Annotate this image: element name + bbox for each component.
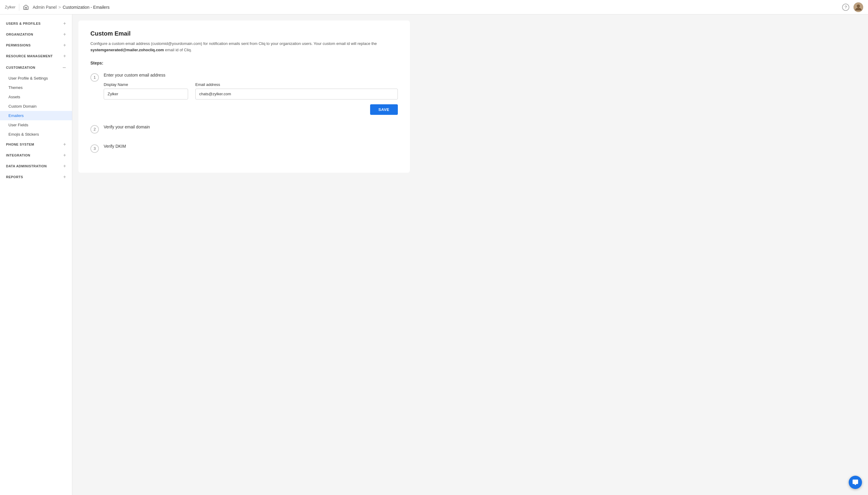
sidebar-section-label-phone-system: PHONE SYSTEM [6,142,34,146]
chat-widget[interactable] [849,476,862,489]
svg-point-1 [857,4,860,7]
sidebar-section-label-customization: CUSTOMIZATION [6,66,35,69]
sidebar-section-reports: REPORTS + [0,172,72,182]
description-part1: Configure a custom email address (custom… [90,41,377,46]
sidebar-section-customization: CUSTOMIZATION − User Profile & Settings … [0,62,72,139]
sidebar-section-label-resource-management: RESOURCE MANAGEMENT [6,54,53,58]
description-highlight: systemgenerated@mailer.zohocliq.com [90,48,164,52]
step-2: 2 Verify your email domain [90,124,398,134]
step-2-title: Verify your email domain [104,124,398,129]
breadcrumb-admin-panel[interactable]: Admin Panel [33,5,56,10]
sidebar-item-emailers[interactable]: Emailers [0,111,72,120]
step-1-title: Enter your custom email address [104,73,398,78]
sidebar-section-header-organization[interactable]: ORGANIZATION + [0,29,72,40]
sidebar: USERS & PROFILES + ORGANIZATION + PERMIS… [0,15,72,495]
content-area: Custom Email Configure a custom email ad… [72,15,868,495]
save-btn-row: SAVE [104,104,398,115]
sidebar-section-label-integration: INTEGRATION [6,153,30,157]
step-3-title: Verify DKIM [104,144,398,149]
display-name-input[interactable] [104,89,188,100]
sidebar-section-data-administration: DATA ADMINISTRATION + [0,161,72,172]
step-3-number: 3 [90,144,99,153]
email-address-group: Email address [195,82,398,100]
step-3: 3 Verify DKIM [90,144,398,153]
sidebar-plus-icon-phone-system: + [63,142,66,147]
save-button[interactable]: SAVE [370,104,398,115]
sidebar-section-organization: ORGANIZATION + [0,29,72,40]
sidebar-section-header-users-profiles[interactable]: USERS & PROFILES + [0,18,72,29]
avatar[interactable] [853,2,863,12]
sidebar-item-themes[interactable]: Themes [0,83,72,92]
step-2-content: Verify your email domain [104,124,398,134]
sidebar-plus-icon-organization: + [63,32,66,37]
sidebar-item-assets[interactable]: Assets [0,92,72,102]
sidebar-section-label-data-administration: DATA ADMINISTRATION [6,164,47,168]
display-name-label: Display Name [104,82,188,87]
step-3-content: Verify DKIM [104,144,398,153]
sidebar-plus-icon-users-profiles: + [63,21,66,26]
email-address-input[interactable] [195,89,398,100]
step-1-number: 1 [90,73,99,82]
step-1: 1 Enter your custom email address Displa… [90,73,398,115]
sidebar-section-integration: INTEGRATION + [0,150,72,161]
sidebar-sub-items-customization: User Profile & Settings Themes Assets Cu… [0,73,72,139]
help-icon[interactable]: ? [842,4,849,11]
topbar-right: ? [842,2,863,12]
sidebar-plus-icon-resource-management: + [63,54,66,58]
sidebar-section-header-integration[interactable]: INTEGRATION + [0,150,72,161]
content-card: Custom Email Configure a custom email ad… [79,20,410,173]
sidebar-section-permissions: PERMISSIONS + [0,40,72,51]
sidebar-section-label-permissions: PERMISSIONS [6,44,31,47]
page-title: Custom Email [90,30,398,37]
sidebar-section-header-phone-system[interactable]: PHONE SYSTEM + [0,139,72,150]
description-part2: email id of Cliq. [164,48,192,52]
breadcrumb-separator: > [58,5,61,10]
breadcrumb-current: Customization - Emailers [63,5,110,10]
sidebar-section-header-customization[interactable]: CUSTOMIZATION − [0,62,72,73]
sidebar-item-custom-domain[interactable]: Custom Domain [0,102,72,111]
sidebar-section-label-organization: ORGANIZATION [6,33,33,36]
email-address-label: Email address [195,82,398,87]
home-icon[interactable] [23,4,29,10]
sidebar-plus-icon-reports: + [63,174,66,180]
sidebar-item-user-profile-settings[interactable]: User Profile & Settings [0,73,72,83]
logo: Zylker [5,5,15,9]
sidebar-plus-icon-permissions: + [63,43,66,48]
topbar: Zylker Admin Panel > Customization - Ema… [0,0,868,15]
steps-label: Steps: [90,61,398,65]
sidebar-section-phone-system: PHONE SYSTEM + [0,139,72,150]
sidebar-item-user-fields[interactable]: User Fields [0,120,72,130]
sidebar-section-header-reports[interactable]: REPORTS + [0,172,72,182]
logo-text: Zylker [5,5,15,9]
main-layout: USERS & PROFILES + ORGANIZATION + PERMIS… [0,15,868,495]
step-2-number: 2 [90,125,99,134]
step-1-form: Display Name Email address [104,82,398,100]
sidebar-item-emojis-stickers[interactable]: Emojis & Stickers [0,130,72,139]
sidebar-plus-icon-data-administration: + [63,164,66,169]
description: Configure a custom email address (custom… [90,41,398,53]
sidebar-plus-icon-integration: + [63,153,66,158]
step-1-content: Enter your custom email address Display … [104,73,398,115]
sidebar-section-label-reports: REPORTS [6,175,23,179]
sidebar-section-resource-management: RESOURCE MANAGEMENT + [0,51,72,62]
sidebar-section-users-profiles: USERS & PROFILES + [0,18,72,29]
topbar-divider [19,4,19,11]
sidebar-minus-icon-customization: − [63,65,66,70]
sidebar-section-header-permissions[interactable]: PERMISSIONS + [0,40,72,51]
sidebar-section-label-users-profiles: USERS & PROFILES [6,22,41,25]
sidebar-section-header-data-administration[interactable]: DATA ADMINISTRATION + [0,161,72,172]
sidebar-section-header-resource-management[interactable]: RESOURCE MANAGEMENT + [0,51,72,62]
display-name-group: Display Name [104,82,188,100]
breadcrumb: Admin Panel > Customization - Emailers [33,5,109,10]
